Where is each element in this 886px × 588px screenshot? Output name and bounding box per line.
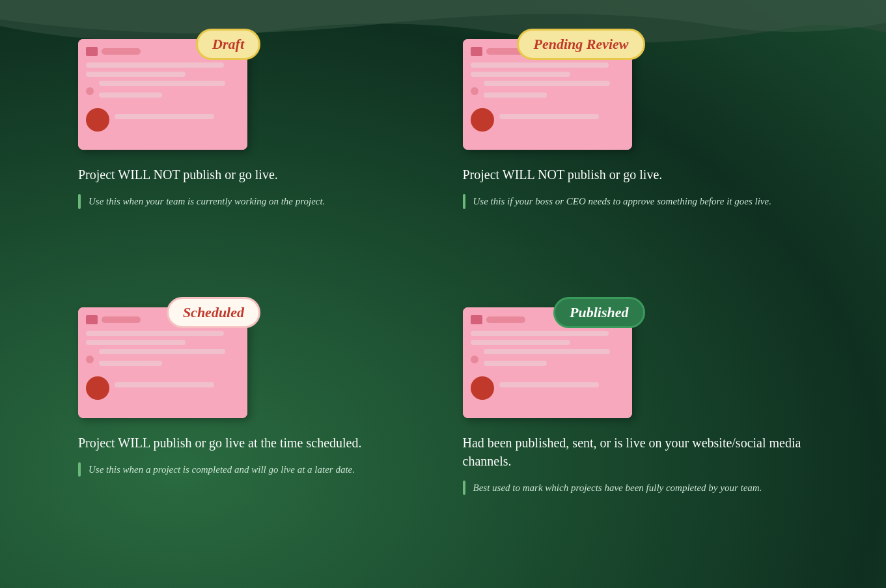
- scheduled-quote: Use this when a project is completed and…: [78, 462, 450, 477]
- draft-card-top: Draft: [78, 39, 450, 150]
- mock-line-4: [484, 92, 547, 98]
- quote-bar: [78, 194, 81, 209]
- mock-line-1: [86, 331, 224, 336]
- pending-card-top: Pending Review: [463, 39, 835, 150]
- mock-dot: [86, 356, 94, 363]
- mock-row: [86, 349, 240, 370]
- pending-main-text: Project WILL NOT publish or go live.: [463, 165, 835, 184]
- published-card: Published Had been published, sent, or i…: [463, 307, 835, 563]
- mock-dot: [471, 87, 478, 95]
- draft-mock-ui: Draft: [78, 39, 247, 150]
- mock-line-2: [86, 72, 186, 77]
- mock-line-2: [86, 340, 186, 345]
- mock-line-1: [471, 331, 609, 336]
- mock-line-3: [484, 349, 610, 354]
- draft-main-text: Project WILL NOT publish or go live.: [78, 165, 450, 184]
- pending-badge: Pending Review: [517, 29, 644, 60]
- mock-line-5: [499, 114, 599, 119]
- mock-row-2: [86, 105, 240, 132]
- scheduled-card: Scheduled Project WILL publish or go liv…: [78, 307, 450, 563]
- mock-line-3: [99, 81, 225, 86]
- mock-line-4: [99, 361, 162, 366]
- mock-pill: [486, 316, 525, 323]
- mock-line-2: [471, 340, 570, 345]
- mock-dot: [471, 356, 478, 363]
- mock-icon: [471, 47, 482, 56]
- scheduled-badge: Scheduled: [167, 297, 260, 328]
- mock-row-2: [86, 374, 240, 400]
- mock-icon: [86, 47, 98, 56]
- draft-card: Draft Project WILL NOT publish or go liv…: [78, 39, 450, 294]
- scheduled-card-top: Scheduled: [78, 307, 450, 418]
- pending-mock-ui: Pending Review: [463, 39, 632, 150]
- mock-icon: [86, 315, 98, 324]
- mock-dot: [86, 87, 94, 95]
- quote-bar: [78, 462, 81, 477]
- mock-line-4: [99, 92, 162, 98]
- scheduled-mock-ui: Scheduled: [78, 307, 247, 418]
- mock-row: [86, 81, 240, 102]
- draft-badge: Draft: [196, 29, 260, 60]
- published-mock-ui: Published: [463, 307, 632, 418]
- quote-bar: [463, 481, 465, 496]
- main-content: Draft Project WILL NOT publish or go liv…: [0, 0, 886, 588]
- mock-line-1: [86, 63, 224, 68]
- pending-quote: Use this if your boss or CEO needs to ap…: [463, 194, 835, 209]
- mock-circle: [86, 108, 109, 132]
- published-badge: Published: [553, 297, 644, 328]
- mock-row-2: [471, 105, 624, 132]
- published-quote-text: Best used to mark which projects have be…: [473, 481, 762, 496]
- mock-row: [471, 349, 624, 370]
- mock-circle: [86, 376, 109, 400]
- draft-quote: Use this when your team is currently wor…: [78, 194, 450, 209]
- mock-line-5: [499, 382, 599, 387]
- draft-quote-text: Use this when your team is currently wor…: [89, 194, 325, 209]
- quote-bar: [463, 194, 465, 209]
- mock-pill: [102, 316, 141, 323]
- mock-icon: [471, 315, 482, 324]
- mock-line-5: [115, 382, 214, 387]
- mock-line-3: [99, 349, 225, 354]
- pending-quote-text: Use this if your boss or CEO needs to ap…: [473, 194, 771, 209]
- mock-row: [471, 81, 624, 102]
- mock-line-3: [484, 81, 610, 86]
- scheduled-quote-text: Use this when a project is completed and…: [89, 462, 355, 477]
- pending-card: Pending Review Project WILL NOT publish …: [463, 39, 835, 294]
- published-quote: Best used to mark which projects have be…: [463, 481, 835, 496]
- published-main-text: Had been published, sent, or is live on …: [463, 434, 835, 470]
- scheduled-main-text: Project WILL publish or go live at the t…: [78, 434, 450, 452]
- mock-line-5: [115, 114, 214, 119]
- mock-line-4: [484, 361, 547, 366]
- mock-row-2: [471, 374, 624, 400]
- mock-line-2: [471, 72, 570, 77]
- mock-circle: [471, 108, 494, 132]
- mock-line-1: [471, 63, 609, 68]
- mock-circle: [471, 376, 494, 400]
- published-card-top: Published: [463, 307, 835, 418]
- mock-pill: [102, 48, 141, 55]
